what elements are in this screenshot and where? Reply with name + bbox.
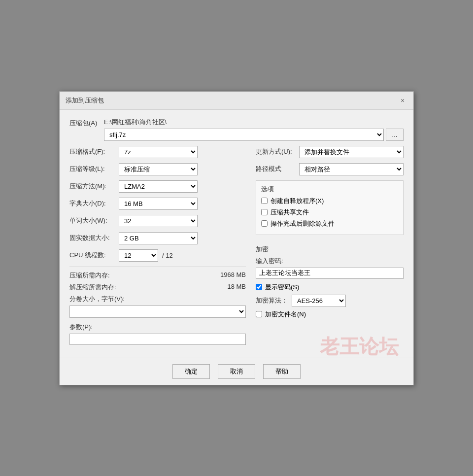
dict-row: 字典大小(D): 16 MB	[69, 198, 246, 210]
show-password-row: 显示密码(S)	[256, 283, 404, 292]
update-mode-label: 更新方式(U):	[256, 147, 295, 156]
enc-algo-select[interactable]: AES-256	[292, 295, 346, 307]
volume-input-row	[69, 306, 246, 318]
delete-after-row: 操作完成后删除源文件	[261, 219, 398, 228]
params-section: 参数(P):	[69, 323, 246, 345]
method-label: 压缩方法(M):	[69, 182, 119, 191]
archive-path-text: E:\网红福利\海角社区\	[104, 118, 404, 127]
enc-algo-row: 加密算法： AES-256	[256, 295, 404, 307]
update-mode-select[interactable]: 添加并替换文件	[299, 146, 404, 158]
method-select[interactable]: LZMA2	[119, 180, 198, 193]
compress-shared-checkbox[interactable]	[261, 209, 268, 215]
archive-filename-select[interactable]: sflj.7z	[104, 129, 384, 141]
volume-select[interactable]	[69, 306, 246, 318]
word-row: 单词大小(W): 32	[69, 215, 246, 227]
cpu-controls: 12 / 12	[119, 249, 173, 262]
dialog-title: 添加到压缩包	[66, 96, 104, 105]
enc-algo-label: 加密算法：	[256, 296, 288, 305]
delete-after-checkbox[interactable]	[261, 220, 268, 227]
create-sfx-checkbox[interactable]	[261, 198, 268, 204]
dialog-content: 压缩包(A) E:\网红福利\海角社区\ sflj.7z ... 压缩格式(F)…	[60, 110, 413, 353]
dialog: 添加到压缩包 × 压缩包(A) E:\网红福利\海角社区\ sflj.7z ..…	[59, 91, 414, 385]
method-row: 压缩方法(M): LZMA2	[69, 180, 246, 193]
cpu-total: / 12	[162, 252, 173, 259]
solid-row: 固实数据大小: 2 GB	[69, 232, 246, 244]
mem-compress-label: 压缩所需内存:	[69, 271, 110, 280]
mem-decompress-row: 解压缩所需内存: 18 MB	[69, 283, 246, 292]
word-select[interactable]: 32	[119, 215, 198, 227]
delete-after-label: 操作完成后删除源文件	[270, 219, 335, 228]
compress-shared-row: 压缩共享文件	[261, 208, 398, 217]
mem-decompress-value: 18 MB	[227, 283, 246, 292]
close-button[interactable]: ×	[398, 96, 407, 105]
show-password-label: 显示密码(S)	[265, 283, 299, 292]
password-label: 输入密码:	[256, 257, 404, 266]
create-sfx-row: 创建自释放程序(X)	[261, 197, 398, 205]
show-password-checkbox[interactable]	[256, 284, 262, 290]
options-title: 选项	[261, 185, 398, 194]
cpu-select[interactable]: 12	[119, 249, 158, 262]
title-bar: 添加到压缩包 ×	[60, 92, 413, 110]
level-label: 压缩等级(L):	[69, 165, 119, 173]
params-input[interactable]	[69, 334, 246, 345]
cancel-button[interactable]: 取消	[218, 364, 255, 379]
encrypt-names-checkbox[interactable]	[256, 311, 262, 317]
dict-label: 字典大小(D):	[69, 199, 119, 208]
password-input[interactable]	[256, 268, 404, 279]
create-sfx-label: 创建自释放程序(X)	[270, 197, 324, 205]
params-label: 参数(P):	[69, 323, 246, 332]
format-select[interactable]: 7z	[119, 146, 198, 158]
word-label: 单词大小(W):	[69, 216, 119, 225]
mem-decompress-label: 解压缩所需内存:	[69, 283, 116, 292]
left-panel: 压缩格式(F): 7z 压缩等级(L): 标准压缩 压缩方法(M):	[69, 146, 246, 345]
browse-button[interactable]: ...	[386, 129, 404, 141]
encryption-group: 加密 输入密码: 显示密码(S) 加密算法： AES-256	[256, 245, 404, 321]
main-area: 压缩格式(F): 7z 压缩等级(L): 标准压缩 压缩方法(M):	[69, 146, 404, 345]
encryption-title: 加密	[256, 245, 404, 254]
options-group: 选项 创建自释放程序(X) 压缩共享文件 操作完成后删除源文件	[256, 180, 404, 235]
mem-compress-row: 压缩所需内存: 1968 MB	[69, 271, 246, 280]
level-select[interactable]: 标准压缩	[119, 163, 198, 175]
cpu-row: CPU 线程数: 12 / 12	[69, 249, 246, 262]
cpu-label: CPU 线程数:	[69, 251, 119, 260]
archive-row: 压缩包(A) E:\网红福利\海角社区\ sflj.7z ...	[69, 118, 404, 141]
dict-select[interactable]: 16 MB	[119, 198, 198, 210]
format-row: 压缩格式(F): 7z	[69, 146, 246, 158]
archive-label: 压缩包(A)	[69, 118, 104, 128]
update-mode-row: 更新方式(U): 添加并替换文件	[256, 146, 404, 158]
level-row: 压缩等级(L): 标准压缩	[69, 163, 246, 175]
volume-label: 分卷大小，字节(V):	[69, 295, 246, 304]
archive-input-row: sflj.7z ...	[104, 129, 404, 141]
volume-section: 分卷大小，字节(V):	[69, 295, 246, 318]
help-button[interactable]: 帮助	[263, 364, 301, 379]
ok-button[interactable]: 确定	[172, 364, 210, 379]
mem-compress-value: 1968 MB	[220, 271, 246, 280]
path-mode-label: 路径模式	[256, 165, 295, 173]
format-label: 压缩格式(F):	[69, 147, 119, 156]
archive-path-section: E:\网红福利\海角社区\ sflj.7z ...	[104, 118, 404, 141]
path-mode-row: 路径模式 相对路径	[256, 163, 404, 175]
bottom-buttons: 确定 取消 帮助	[60, 358, 413, 385]
compress-shared-label: 压缩共享文件	[270, 208, 309, 217]
path-mode-select[interactable]: 相对路径	[299, 163, 404, 175]
encrypt-names-row: 加密文件名(N)	[256, 310, 404, 319]
right-panel: 更新方式(U): 添加并替换文件 路径模式 相对路径 选项	[256, 146, 404, 345]
solid-select[interactable]: 2 GB	[119, 232, 198, 244]
solid-label: 固实数据大小:	[69, 234, 119, 242]
encrypt-names-label: 加密文件名(N)	[265, 310, 306, 319]
